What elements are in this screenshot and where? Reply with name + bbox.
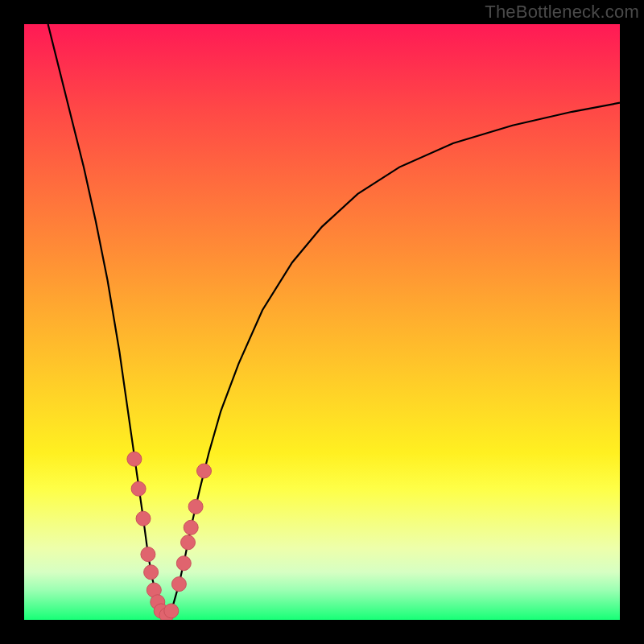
marker-dot: [141, 547, 155, 562]
marker-dot: [131, 481, 146, 496]
marker-dot: [144, 565, 159, 580]
marker-dot: [184, 520, 198, 535]
marker-dot: [188, 499, 203, 514]
marker-dot: [176, 556, 191, 571]
marker-dot: [181, 535, 196, 550]
marker-dot: [197, 464, 212, 478]
plot-area: [24, 24, 620, 620]
marker-cluster: [127, 452, 212, 620]
outer-frame: TheBottleneck.com: [0, 0, 644, 644]
curve-right-branch: [167, 103, 620, 617]
marker-dot: [171, 577, 186, 592]
watermark-text: TheBottleneck.com: [485, 2, 639, 23]
marker-dot: [127, 452, 142, 466]
marker-dot: [136, 511, 151, 526]
curve-left-branch: [48, 24, 167, 617]
chart-svg: [24, 24, 620, 620]
marker-dot: [164, 604, 179, 618]
